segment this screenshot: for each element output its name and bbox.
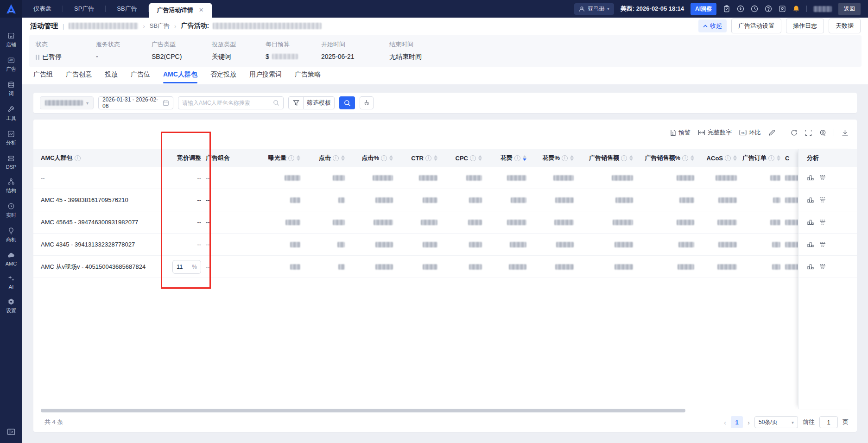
sidebar-item-ai[interactable]: AI [0,271,22,294]
detail-tab-广告位[interactable]: 广告位 [131,70,150,83]
app-logo[interactable] [0,0,22,18]
operation-log-button[interactable]: 操作日志 [786,19,824,33]
date-range-picker[interactable]: 2026-01-31 - 2026-02-06 [98,96,173,109]
tornado-compare-icon[interactable] [819,219,826,226]
tornado-compare-icon[interactable] [819,174,826,181]
sort-icon[interactable] [341,155,345,161]
sort-icon[interactable] [629,155,633,161]
filter-template-button[interactable]: 筛选模板 [288,96,335,109]
back-button[interactable]: 返回 [838,3,861,15]
page-size-select[interactable]: 50条/页 ▾ [754,416,798,428]
sidebar-item-opportunity[interactable]: 商机 [0,223,22,247]
audience-search-input[interactable]: 请输入AMC人群包名称搜索 [178,96,284,109]
fullscreen-button[interactable] [805,129,812,136]
sort-icon[interactable] [570,155,574,161]
help-icon[interactable] [765,5,772,13]
tab-campaign-detail[interactable]: 广告活动详情 ✕ [149,3,212,18]
column-header-点击[interactable]: 点击i [305,154,349,162]
campaign-settings-button[interactable]: 广告活动设置 [731,19,781,33]
topbar-tab-2[interactable]: SB广告 [106,0,148,18]
history-icon[interactable] [751,5,758,13]
column-header-CPC[interactable]: CPCi [442,155,487,162]
sidebar-item-realtime[interactable]: 实时 [0,198,22,223]
column-header-广告销售额[interactable]: 广告销售额i [578,154,638,162]
column-header-CTR[interactable]: CTRi [398,155,442,162]
ai-insight-button[interactable]: AI洞察 [691,3,716,15]
sidebar-item-store[interactable]: 店铺 [0,28,22,52]
funnel-icon[interactable] [289,97,304,109]
info-icon[interactable]: i [682,155,688,161]
bid-adjustment-input[interactable]: 11% [172,260,201,274]
detail-tab-广告组[interactable]: 广告组 [33,70,53,83]
task-icon[interactable] [723,5,730,13]
sort-icon[interactable] [733,155,737,161]
sidebar-item-settings[interactable]: 设置 [0,294,22,318]
detail-tab-AMC人群包[interactable]: AMC人群包 [163,70,197,83]
tornado-compare-icon[interactable] [819,196,826,203]
bar-chart-icon[interactable] [807,263,814,270]
sort-icon[interactable] [777,155,780,161]
info-icon[interactable]: i [288,155,294,161]
sidebar-collapse-button[interactable] [0,428,22,436]
info-icon[interactable]: i [75,155,81,161]
table-row-2[interactable]: AMC 45645 - 394746300931982077---- [33,211,798,234]
info-icon[interactable]: i [333,155,339,161]
sort-icon[interactable] [297,155,300,161]
table-row-0[interactable]: ------ [33,167,798,189]
edit-button[interactable] [768,129,775,136]
refresh-button[interactable] [791,129,798,136]
column-header-曝光量[interactable]: 曝光量i [250,154,305,162]
scrollbar-thumb[interactable] [41,409,685,412]
tornado-compare-icon[interactable] [819,263,826,270]
sort-icon[interactable] [523,155,526,161]
tornado-compare-icon[interactable] [819,241,826,248]
info-icon[interactable]: i [425,155,431,161]
table-row-1[interactable]: AMC 45 - 399838161709576210---- [33,189,798,211]
sort-icon[interactable] [478,155,482,161]
horizontal-scrollbar[interactable] [41,409,791,412]
close-tab-icon[interactable]: ✕ [199,3,204,18]
column-header-花费%[interactable]: 花费%i [531,154,578,162]
account-switcher[interactable]: 亚马逊 ▾ [574,3,614,15]
detail-tab-广告策略[interactable]: 广告策略 [295,70,321,83]
sort-icon[interactable] [389,155,393,161]
info-icon[interactable]: i [621,155,627,161]
column-header-广告销售额%[interactable]: 广告销售额%i [638,154,699,162]
info-icon[interactable]: i [514,155,520,161]
compare-toggle[interactable]: vs 环比 [739,128,761,137]
full-number-toggle[interactable]: 完整数字 [698,128,732,137]
prev-page-button[interactable]: ‹ [724,419,726,426]
info-icon[interactable]: i [381,155,387,161]
sidebar-item-dsp[interactable]: DSP [0,151,22,174]
daily-data-button[interactable]: 天数据 [829,19,861,33]
detail-tab-投放[interactable]: 投放 [105,70,118,83]
detail-tab-用户搜索词[interactable]: 用户搜索词 [249,70,282,83]
info-icon[interactable]: i [725,155,731,161]
sidebar-item-tools[interactable]: 工具 [0,101,22,126]
sidebar-item-ads[interactable]: AD广告 [0,52,22,77]
column-settings-button[interactable] [819,129,826,136]
detail-tab-否定投放[interactable]: 否定投放 [210,70,236,83]
collapse-button[interactable]: 收起 [698,19,727,32]
info-icon[interactable]: i [470,155,476,161]
info-icon[interactable]: i [562,155,568,161]
bar-chart-icon[interactable] [807,241,814,248]
search-button[interactable] [339,96,355,109]
goto-page-input[interactable] [819,416,838,428]
sidebar-item-structure[interactable]: 结构 [0,174,22,198]
column-header-广告订单[interactable]: 广告订单i [741,154,785,162]
sidebar-item-words[interactable]: 词 [0,77,22,101]
sort-icon[interactable] [434,155,437,161]
sidebar-item-analysis[interactable]: 分析 [0,126,22,151]
breadcrumb-root[interactable]: 活动管理 [30,22,58,31]
masked-filter-select[interactable]: ▾ [40,96,94,109]
bar-chart-icon[interactable] [807,219,814,226]
table-scroll-area[interactable]: AMC人群包i竞价调整广告组合曝光量i点击i点击%iCTRiCPCi花费i花费%… [33,149,798,278]
bar-chart-icon[interactable] [807,196,814,203]
bar-chart-icon[interactable] [807,174,814,181]
table-row-4[interactable]: AMC 从v现场v - 40515004368568782411%-- [33,256,798,278]
language-icon[interactable] [779,5,786,13]
topbar-tab-0[interactable]: 仪表盘 [22,0,63,18]
download-button[interactable] [842,129,849,136]
column-header-ACoS[interactable]: ACoSi [699,155,741,162]
